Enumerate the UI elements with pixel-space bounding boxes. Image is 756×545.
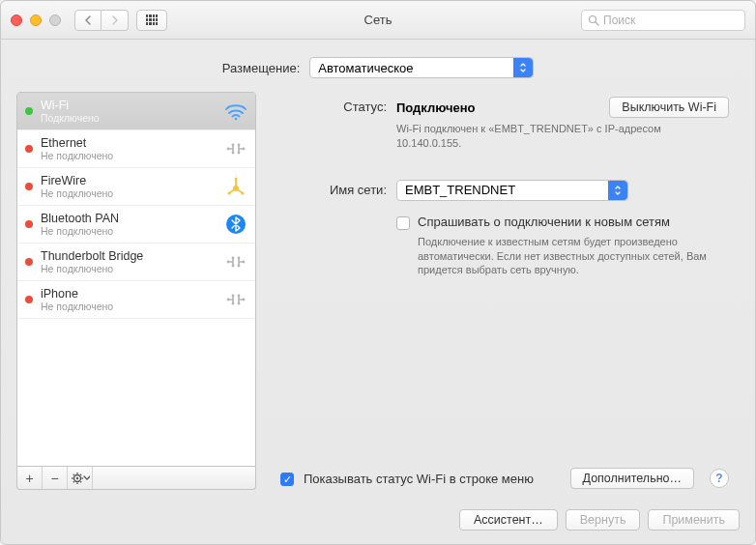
svg-line-33 bbox=[80, 481, 81, 482]
ask-join-checkbox[interactable] bbox=[396, 216, 410, 230]
revert-button[interactable]: Вернуть bbox=[566, 509, 641, 531]
svg-point-25 bbox=[238, 302, 241, 305]
show-all-button[interactable] bbox=[136, 10, 167, 31]
status-dot-icon bbox=[25, 145, 33, 153]
svg-point-24 bbox=[238, 295, 241, 298]
item-name: Ethernet bbox=[41, 136, 217, 150]
svg-point-15 bbox=[243, 261, 246, 264]
status-label: Статус: bbox=[280, 97, 396, 114]
location-value: Автоматическое bbox=[318, 61, 413, 75]
grid-icon bbox=[146, 14, 158, 26]
network-prefs-window: Сеть Размещение: Автоматическое Wi-Fi П bbox=[0, 0, 756, 545]
item-status: Не подключено bbox=[41, 150, 217, 161]
svg-point-11 bbox=[228, 192, 231, 195]
svg-point-10 bbox=[235, 178, 238, 181]
minimize-button[interactable] bbox=[30, 14, 42, 26]
svg-line-35 bbox=[80, 473, 81, 474]
svg-point-16 bbox=[232, 257, 235, 260]
zoom-button[interactable] bbox=[49, 14, 61, 26]
network-name-label: Имя сети: bbox=[280, 180, 396, 197]
ask-join-description: Подключение к известным сетям будет прои… bbox=[418, 235, 727, 278]
back-button[interactable] bbox=[74, 10, 102, 31]
close-button[interactable] bbox=[11, 14, 22, 26]
help-button[interactable]: ? bbox=[710, 469, 729, 488]
chevron-updown-icon bbox=[608, 181, 627, 200]
sidebar-item-iphone[interactable]: iPhone Не подключено bbox=[17, 281, 255, 319]
item-status: Подключено bbox=[41, 112, 217, 124]
item-status: Не подключено bbox=[41, 225, 217, 237]
assistant-button[interactable]: Ассистент… bbox=[459, 509, 558, 531]
traffic-lights bbox=[11, 14, 61, 26]
sidebar-item-wifi[interactable]: Wi-Fi Подключено bbox=[17, 93, 255, 130]
show-menubar-checkbox[interactable] bbox=[280, 473, 294, 486]
sidebar-item-firewire[interactable]: FireWire Не подключено bbox=[17, 168, 255, 206]
menubar-row: Показывать статус Wi-Fi в строке меню До… bbox=[280, 468, 729, 489]
status-dot-icon bbox=[25, 258, 33, 266]
add-service-button[interactable]: + bbox=[17, 467, 43, 489]
search-field[interactable] bbox=[581, 10, 745, 31]
item-status: Не подключено bbox=[41, 301, 217, 312]
wifi-icon bbox=[224, 100, 247, 123]
svg-line-1 bbox=[596, 22, 598, 25]
location-select[interactable]: Автоматическое bbox=[309, 57, 534, 78]
forward-button[interactable] bbox=[102, 10, 129, 31]
titlebar: Сеть bbox=[1, 1, 755, 40]
svg-point-4 bbox=[243, 148, 246, 151]
location-label: Размещение: bbox=[222, 61, 301, 75]
svg-point-7 bbox=[238, 144, 241, 147]
svg-point-19 bbox=[238, 265, 241, 268]
service-actions-button[interactable] bbox=[68, 467, 93, 489]
svg-point-6 bbox=[232, 152, 235, 155]
content-area: Wi-Fi Подключено Ethernet Не подключено bbox=[1, 92, 755, 500]
svg-point-8 bbox=[238, 152, 241, 155]
svg-line-32 bbox=[73, 473, 73, 474]
show-menubar-label: Показывать статус Wi-Fi в строке меню bbox=[304, 472, 534, 486]
services-footer: + − bbox=[16, 467, 256, 490]
ethernet-icon bbox=[224, 137, 247, 160]
item-name: FireWire bbox=[41, 174, 217, 187]
sidebar-item-bluetooth[interactable]: Bluetooth PAN Не подключено bbox=[17, 206, 255, 244]
status-description: Wi-Fi подключен к «EMBT_TRENDNET» с IP-а… bbox=[396, 122, 706, 151]
chevron-updown-icon bbox=[513, 58, 533, 77]
remove-service-button[interactable]: − bbox=[43, 467, 68, 489]
thunderbolt-icon bbox=[224, 250, 247, 273]
sidebar-item-thunderbolt[interactable]: Thunderbolt Bridge Не подключено bbox=[17, 244, 255, 281]
status-dot-icon bbox=[25, 220, 33, 228]
gear-icon bbox=[71, 472, 90, 485]
svg-point-23 bbox=[232, 302, 235, 305]
item-name: Thunderbolt Bridge bbox=[41, 249, 217, 263]
svg-point-22 bbox=[232, 295, 235, 298]
status-dot-icon bbox=[25, 183, 33, 190]
item-status: Не подключено bbox=[41, 187, 217, 199]
svg-point-14 bbox=[227, 261, 230, 264]
nav-segment bbox=[74, 10, 129, 31]
svg-point-0 bbox=[590, 15, 596, 22]
wifi-toggle-button[interactable]: Выключить Wi-Fi bbox=[609, 97, 729, 118]
firewire-icon bbox=[224, 175, 247, 198]
advanced-button[interactable]: Дополнительно… bbox=[570, 468, 694, 489]
detail-pane: Статус: Подключено Выключить Wi-Fi Wi-Fi… bbox=[270, 92, 740, 490]
svg-point-17 bbox=[232, 265, 235, 268]
sidebar-item-ethernet[interactable]: Ethernet Не подключено bbox=[17, 130, 255, 168]
svg-point-12 bbox=[242, 192, 245, 195]
search-input[interactable] bbox=[603, 14, 739, 27]
item-status: Не подключено bbox=[41, 263, 217, 274]
svg-point-5 bbox=[232, 144, 235, 147]
services-list: Wi-Fi Подключено Ethernet Не подключено bbox=[16, 92, 256, 467]
network-select[interactable]: EMBT_TRENDNET bbox=[396, 180, 628, 201]
bluetooth-icon bbox=[224, 213, 247, 236]
footer-buttons: Ассистент… Вернуть Применить bbox=[1, 500, 755, 544]
apply-button[interactable]: Применить bbox=[648, 509, 740, 531]
svg-point-18 bbox=[238, 257, 241, 260]
services-sidebar: Wi-Fi Подключено Ethernet Не подключено bbox=[16, 92, 256, 490]
search-icon bbox=[588, 14, 599, 26]
svg-point-27 bbox=[75, 476, 77, 478]
svg-point-2 bbox=[235, 118, 238, 121]
svg-point-3 bbox=[227, 148, 230, 151]
item-name: iPhone bbox=[41, 287, 217, 301]
svg-line-34 bbox=[73, 481, 73, 482]
status-dot-icon bbox=[25, 107, 33, 115]
window-title: Сеть bbox=[364, 13, 393, 27]
item-name: Bluetooth PAN bbox=[41, 212, 217, 225]
item-name: Wi-Fi bbox=[41, 99, 217, 112]
